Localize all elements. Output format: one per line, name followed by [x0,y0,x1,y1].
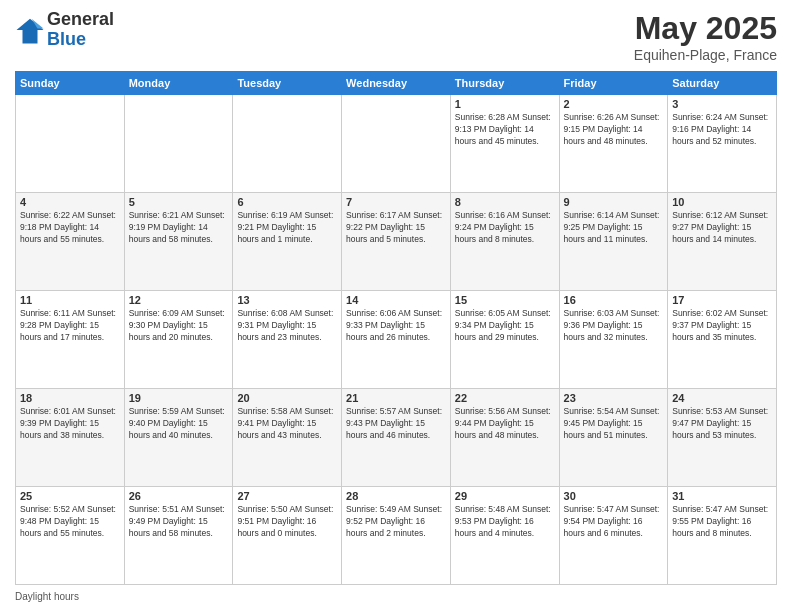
day-info: Sunrise: 6:08 AM Sunset: 9:31 PM Dayligh… [237,308,337,344]
day-info: Sunrise: 6:28 AM Sunset: 9:13 PM Dayligh… [455,112,555,148]
day-info: Sunrise: 5:50 AM Sunset: 9:51 PM Dayligh… [237,504,337,540]
day-info: Sunrise: 5:47 AM Sunset: 9:55 PM Dayligh… [672,504,772,540]
calendar-cell: 19Sunrise: 5:59 AM Sunset: 9:40 PM Dayli… [124,389,233,487]
day-info: Sunrise: 5:48 AM Sunset: 9:53 PM Dayligh… [455,504,555,540]
day-number: 2 [564,98,664,110]
day-info: Sunrise: 6:19 AM Sunset: 9:21 PM Dayligh… [237,210,337,246]
day-number: 31 [672,490,772,502]
logo-blue: Blue [47,30,114,50]
logo-icon [15,15,45,45]
title-section: May 2025 Equihen-Plage, France [634,10,777,63]
day-number: 25 [20,490,120,502]
day-info: Sunrise: 6:09 AM Sunset: 9:30 PM Dayligh… [129,308,229,344]
calendar-header: SundayMondayTuesdayWednesdayThursdayFrid… [16,72,777,95]
header-day-wednesday: Wednesday [342,72,451,95]
day-number: 7 [346,196,446,208]
header-day-tuesday: Tuesday [233,72,342,95]
calendar-cell: 5Sunrise: 6:21 AM Sunset: 9:19 PM Daylig… [124,193,233,291]
day-number: 16 [564,294,664,306]
day-number: 14 [346,294,446,306]
day-number: 18 [20,392,120,404]
calendar-cell: 20Sunrise: 5:58 AM Sunset: 9:41 PM Dayli… [233,389,342,487]
day-number: 24 [672,392,772,404]
day-number: 19 [129,392,229,404]
day-info: Sunrise: 6:16 AM Sunset: 9:24 PM Dayligh… [455,210,555,246]
calendar-cell: 4Sunrise: 6:22 AM Sunset: 9:18 PM Daylig… [16,193,125,291]
calendar-cell: 6Sunrise: 6:19 AM Sunset: 9:21 PM Daylig… [233,193,342,291]
day-info: Sunrise: 6:05 AM Sunset: 9:34 PM Dayligh… [455,308,555,344]
day-number: 6 [237,196,337,208]
calendar-cell: 7Sunrise: 6:17 AM Sunset: 9:22 PM Daylig… [342,193,451,291]
day-number: 5 [129,196,229,208]
day-info: Sunrise: 6:17 AM Sunset: 9:22 PM Dayligh… [346,210,446,246]
calendar-cell: 29Sunrise: 5:48 AM Sunset: 9:53 PM Dayli… [450,487,559,585]
header: General Blue May 2025 Equihen-Plage, Fra… [15,10,777,63]
calendar: SundayMondayTuesdayWednesdayThursdayFrid… [15,71,777,585]
day-number: 12 [129,294,229,306]
calendar-cell: 3Sunrise: 6:24 AM Sunset: 9:16 PM Daylig… [668,95,777,193]
calendar-cell [124,95,233,193]
calendar-cell: 31Sunrise: 5:47 AM Sunset: 9:55 PM Dayli… [668,487,777,585]
day-number: 3 [672,98,772,110]
day-number: 1 [455,98,555,110]
svg-marker-1 [17,19,44,44]
calendar-cell: 24Sunrise: 5:53 AM Sunset: 9:47 PM Dayli… [668,389,777,487]
header-day-thursday: Thursday [450,72,559,95]
day-number: 15 [455,294,555,306]
day-info: Sunrise: 5:54 AM Sunset: 9:45 PM Dayligh… [564,406,664,442]
logo: General Blue [15,10,114,50]
calendar-cell [233,95,342,193]
day-info: Sunrise: 6:11 AM Sunset: 9:28 PM Dayligh… [20,308,120,344]
week-row: 11Sunrise: 6:11 AM Sunset: 9:28 PM Dayli… [16,291,777,389]
day-number: 30 [564,490,664,502]
calendar-cell: 25Sunrise: 5:52 AM Sunset: 9:48 PM Dayli… [16,487,125,585]
calendar-cell [342,95,451,193]
calendar-cell: 8Sunrise: 6:16 AM Sunset: 9:24 PM Daylig… [450,193,559,291]
calendar-cell: 12Sunrise: 6:09 AM Sunset: 9:30 PM Dayli… [124,291,233,389]
calendar-cell: 9Sunrise: 6:14 AM Sunset: 9:25 PM Daylig… [559,193,668,291]
calendar-cell: 15Sunrise: 6:05 AM Sunset: 9:34 PM Dayli… [450,291,559,389]
calendar-cell [16,95,125,193]
day-info: Sunrise: 6:14 AM Sunset: 9:25 PM Dayligh… [564,210,664,246]
day-info: Sunrise: 5:56 AM Sunset: 9:44 PM Dayligh… [455,406,555,442]
week-row: 4Sunrise: 6:22 AM Sunset: 9:18 PM Daylig… [16,193,777,291]
calendar-cell: 11Sunrise: 6:11 AM Sunset: 9:28 PM Dayli… [16,291,125,389]
header-day-saturday: Saturday [668,72,777,95]
calendar-cell: 2Sunrise: 6:26 AM Sunset: 9:15 PM Daylig… [559,95,668,193]
calendar-cell: 13Sunrise: 6:08 AM Sunset: 9:31 PM Dayli… [233,291,342,389]
day-number: 9 [564,196,664,208]
day-info: Sunrise: 5:52 AM Sunset: 9:48 PM Dayligh… [20,504,120,540]
logo-text: General Blue [47,10,114,50]
day-number: 21 [346,392,446,404]
location: Equihen-Plage, France [634,47,777,63]
day-number: 22 [455,392,555,404]
calendar-cell: 21Sunrise: 5:57 AM Sunset: 9:43 PM Dayli… [342,389,451,487]
calendar-cell: 17Sunrise: 6:02 AM Sunset: 9:37 PM Dayli… [668,291,777,389]
day-number: 11 [20,294,120,306]
calendar-cell: 10Sunrise: 6:12 AM Sunset: 9:27 PM Dayli… [668,193,777,291]
day-number: 17 [672,294,772,306]
calendar-cell: 27Sunrise: 5:50 AM Sunset: 9:51 PM Dayli… [233,487,342,585]
footer-label: Daylight hours [15,591,79,602]
calendar-cell: 22Sunrise: 5:56 AM Sunset: 9:44 PM Dayli… [450,389,559,487]
day-info: Sunrise: 6:22 AM Sunset: 9:18 PM Dayligh… [20,210,120,246]
day-info: Sunrise: 5:58 AM Sunset: 9:41 PM Dayligh… [237,406,337,442]
logo-general: General [47,10,114,30]
day-info: Sunrise: 6:02 AM Sunset: 9:37 PM Dayligh… [672,308,772,344]
day-info: Sunrise: 6:03 AM Sunset: 9:36 PM Dayligh… [564,308,664,344]
calendar-cell: 14Sunrise: 6:06 AM Sunset: 9:33 PM Dayli… [342,291,451,389]
day-number: 8 [455,196,555,208]
footer: Daylight hours [15,591,777,602]
week-row: 18Sunrise: 6:01 AM Sunset: 9:39 PM Dayli… [16,389,777,487]
page: General Blue May 2025 Equihen-Plage, Fra… [0,0,792,612]
day-number: 27 [237,490,337,502]
calendar-body: 1Sunrise: 6:28 AM Sunset: 9:13 PM Daylig… [16,95,777,585]
calendar-cell: 1Sunrise: 6:28 AM Sunset: 9:13 PM Daylig… [450,95,559,193]
header-row: SundayMondayTuesdayWednesdayThursdayFrid… [16,72,777,95]
day-number: 20 [237,392,337,404]
day-info: Sunrise: 5:59 AM Sunset: 9:40 PM Dayligh… [129,406,229,442]
day-number: 29 [455,490,555,502]
day-info: Sunrise: 5:53 AM Sunset: 9:47 PM Dayligh… [672,406,772,442]
calendar-cell: 30Sunrise: 5:47 AM Sunset: 9:54 PM Dayli… [559,487,668,585]
day-info: Sunrise: 6:26 AM Sunset: 9:15 PM Dayligh… [564,112,664,148]
